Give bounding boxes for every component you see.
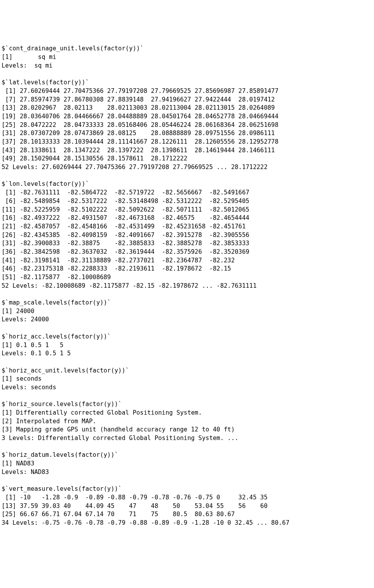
r-console-output: $`cont_drainage_unit.levels(factor(y))` … [0,42,374,529]
